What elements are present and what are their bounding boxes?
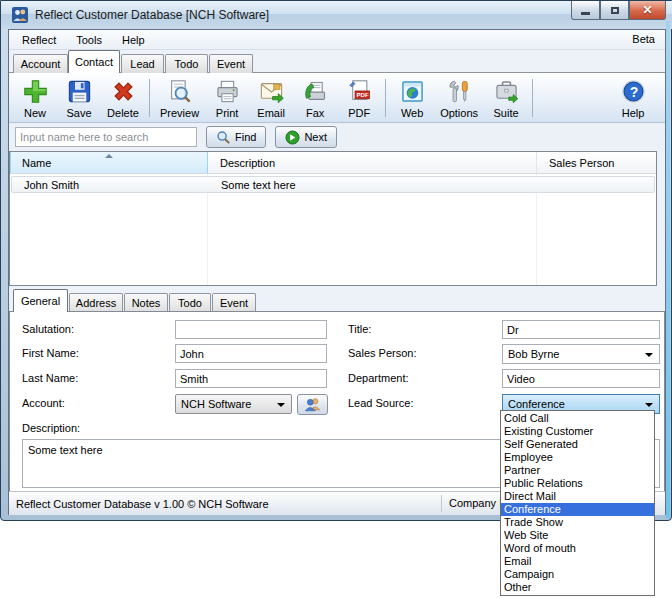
last-name-label: Last Name: bbox=[22, 372, 78, 384]
toolbar-separator bbox=[149, 79, 150, 117]
contacts-people-icon bbox=[304, 397, 322, 412]
description-label: Description: bbox=[22, 422, 80, 434]
department-field[interactable] bbox=[502, 369, 660, 388]
tab-notes[interactable]: Notes bbox=[124, 293, 168, 312]
web-button[interactable]: Web bbox=[390, 75, 434, 121]
fax-button[interactable]: Fax bbox=[293, 75, 337, 121]
pdf-document-icon: PDF bbox=[346, 78, 373, 105]
table-row[interactable]: John Smith Some text here bbox=[11, 176, 655, 193]
pdf-button[interactable]: PDF PDF bbox=[337, 75, 381, 121]
preview-magnifier-document-icon bbox=[166, 78, 193, 105]
find-button[interactable]: Find bbox=[206, 126, 266, 148]
web-globe-icon bbox=[399, 78, 426, 105]
dropdown-option[interactable]: Self Generated bbox=[501, 438, 654, 451]
table-header: Name Description Sales Person bbox=[10, 152, 656, 174]
table-body: John Smith Some text here bbox=[10, 174, 656, 285]
suite-briefcase-icon bbox=[493, 78, 520, 105]
email-button[interactable]: Email bbox=[249, 75, 293, 121]
find-magnifier-icon bbox=[216, 130, 231, 145]
tab-event[interactable]: Event bbox=[209, 54, 253, 73]
email-envelope-icon bbox=[258, 78, 285, 105]
minimize-button[interactable] bbox=[571, 1, 600, 20]
tab-address[interactable]: Address bbox=[69, 293, 123, 312]
dropdown-option-selected[interactable]: Conference bbox=[501, 503, 654, 516]
dropdown-option[interactable]: Direct Mail bbox=[501, 490, 654, 503]
search-input[interactable] bbox=[15, 127, 197, 147]
dropdown-option[interactable]: Email bbox=[501, 555, 654, 568]
sales-person-combo[interactable]: Bob Byrne bbox=[502, 344, 660, 364]
suite-button[interactable]: Suite bbox=[484, 75, 528, 121]
save-button[interactable]: Save bbox=[57, 75, 101, 121]
lead-source-label: Lead Source: bbox=[348, 397, 413, 409]
toolbar: New Save Delete Preview Print Email bbox=[9, 73, 665, 123]
status-version-text: Reflect Customer Database v 1.00 © NCH S… bbox=[16, 498, 269, 510]
dropdown-option[interactable]: Trade Show bbox=[501, 516, 654, 529]
beta-label: Beta bbox=[632, 33, 655, 45]
title-field[interactable] bbox=[502, 320, 660, 339]
first-name-field[interactable] bbox=[175, 344, 327, 363]
search-row: Find Next bbox=[9, 123, 665, 151]
tab-account[interactable]: Account bbox=[13, 54, 68, 73]
salutation-field[interactable] bbox=[175, 320, 327, 339]
new-plus-icon bbox=[22, 78, 49, 105]
tab-general[interactable]: General bbox=[13, 289, 68, 312]
department-label: Department: bbox=[348, 372, 409, 384]
chevron-down-icon bbox=[645, 403, 653, 407]
account-combo[interactable]: NCH Software bbox=[175, 394, 292, 414]
chevron-down-icon bbox=[277, 403, 285, 407]
account-label: Account: bbox=[22, 397, 65, 409]
dropdown-option[interactable]: Web Site bbox=[501, 529, 654, 542]
column-header-name[interactable]: Name bbox=[10, 152, 208, 173]
preview-button[interactable]: Preview bbox=[154, 75, 205, 121]
delete-button[interactable]: Delete bbox=[101, 75, 145, 121]
tab-lead[interactable]: Lead bbox=[121, 54, 164, 73]
dropdown-option[interactable]: Cold Call bbox=[501, 412, 654, 425]
minimize-icon bbox=[581, 12, 590, 15]
svg-text:?: ? bbox=[629, 84, 638, 100]
tab-todo-detail[interactable]: Todo bbox=[169, 293, 211, 312]
tab-todo[interactable]: Todo bbox=[165, 54, 208, 73]
close-button[interactable]: ✕ bbox=[629, 1, 666, 20]
svg-text:PDF: PDF bbox=[356, 92, 368, 98]
account-lookup-button[interactable] bbox=[297, 394, 328, 415]
last-name-field[interactable] bbox=[175, 369, 327, 388]
dropdown-option[interactable]: Campaign bbox=[501, 568, 654, 581]
sales-person-label: Sales Person: bbox=[348, 347, 416, 359]
menu-bar: Reflect Tools Help Beta bbox=[9, 30, 665, 50]
lead-source-dropdown-list: Cold Call Existing Customer Self Generat… bbox=[500, 410, 655, 596]
help-button[interactable]: ? Help bbox=[611, 75, 655, 121]
dropdown-option[interactable]: Word of mouth bbox=[501, 542, 654, 555]
maximize-button[interactable] bbox=[600, 1, 629, 20]
options-tools-icon bbox=[446, 78, 473, 105]
detail-tab-strip: General Address Notes Todo Event bbox=[9, 289, 665, 312]
tab-event-detail[interactable]: Event bbox=[212, 293, 256, 312]
menu-reflect[interactable]: Reflect bbox=[12, 30, 66, 49]
column-header-sales-person[interactable]: Sales Person bbox=[537, 152, 656, 173]
dropdown-option[interactable]: Public Relations bbox=[501, 477, 654, 490]
next-button[interactable]: Next bbox=[275, 126, 337, 148]
fax-phone-icon bbox=[302, 78, 329, 105]
first-name-label: First Name: bbox=[22, 347, 79, 359]
menu-help[interactable]: Help bbox=[112, 30, 155, 49]
maximize-icon bbox=[611, 7, 619, 14]
dropdown-option[interactable]: Existing Customer bbox=[501, 425, 654, 438]
window-title: Reflect Customer Database [NCH Software] bbox=[35, 8, 269, 22]
column-header-description[interactable]: Description bbox=[208, 152, 537, 173]
tab-contact[interactable]: Contact bbox=[68, 50, 120, 73]
options-button[interactable]: Options bbox=[434, 75, 484, 121]
menu-tools[interactable]: Tools bbox=[66, 30, 112, 49]
close-icon: ✕ bbox=[642, 4, 652, 16]
main-tab-strip: Account Contact Lead Todo Event bbox=[9, 50, 665, 73]
next-arrow-icon bbox=[285, 130, 300, 145]
new-button[interactable]: New bbox=[13, 75, 57, 121]
print-button[interactable]: Print bbox=[205, 75, 249, 121]
sort-ascending-icon bbox=[105, 154, 113, 158]
printer-icon bbox=[214, 78, 241, 105]
cell-name: John Smith bbox=[12, 179, 209, 191]
dropdown-option[interactable]: Partner bbox=[501, 464, 654, 477]
toolbar-separator bbox=[532, 79, 533, 117]
chevron-down-icon bbox=[645, 353, 653, 357]
dropdown-option[interactable]: Other bbox=[501, 581, 654, 594]
title-bar[interactable]: Reflect Customer Database [NCH Software]… bbox=[1, 1, 672, 29]
dropdown-option[interactable]: Employee bbox=[501, 451, 654, 464]
